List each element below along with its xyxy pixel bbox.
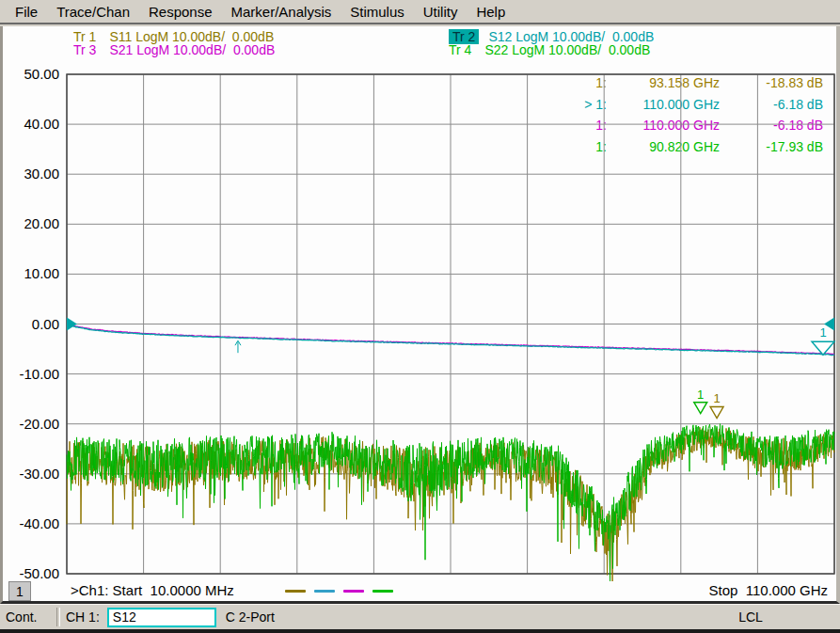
trace-1-dash-icon bbox=[285, 590, 306, 593]
trace-4-id: Tr 4 bbox=[449, 42, 471, 57]
remote-status-label: LCL bbox=[738, 609, 763, 625]
marker-readout-tr4: 1:90.820 GHz-17.93 dB bbox=[539, 140, 823, 154]
menu-stimulus[interactable]: Stimulus bbox=[341, 2, 414, 22]
y-tick-label: -30.00 bbox=[5, 466, 59, 482]
legend-trace-4[interactable]: Tr 4S22 LogM 10.00dB/ 0.00dB bbox=[449, 42, 650, 57]
menu-file[interactable]: File bbox=[6, 2, 47, 22]
status-bar: Cont. CH 1: S12 C 2-Port LCL bbox=[0, 604, 840, 629]
y-tick-label: 20.00 bbox=[5, 215, 59, 231]
sweep-mode-label: Cont. bbox=[6, 609, 37, 625]
y-tick-label: 0.00 bbox=[5, 316, 59, 332]
y-tick-label: 30.00 bbox=[5, 166, 59, 182]
y-tick-label: 40.00 bbox=[5, 116, 59, 132]
marker-readout-tr1: 1:93.158 GHz-18.83 dB bbox=[539, 76, 823, 90]
measurement-field[interactable]: S12 bbox=[107, 608, 216, 627]
trace-3-dash-icon bbox=[343, 590, 364, 593]
channel-panel: CH 1: S12 C 2-Port bbox=[60, 608, 280, 626]
marker-readout-tr2: > 1:110.000 GHz-6.18 dB bbox=[539, 98, 823, 112]
menu-marker-analysis[interactable]: Marker/Analysis bbox=[222, 2, 341, 22]
y-tick-label: 10.00 bbox=[5, 265, 59, 281]
y-tick-label: 50.00 bbox=[5, 66, 59, 82]
menu-help[interactable]: Help bbox=[467, 2, 515, 22]
stop-frequency-label: Stop 110.000 GHz bbox=[709, 582, 828, 598]
menu-trace-chan[interactable]: Trace/Chan bbox=[47, 2, 139, 22]
window-bottom-edge bbox=[0, 629, 840, 633]
svg-text:1: 1 bbox=[713, 391, 720, 405]
svg-text:1: 1 bbox=[819, 325, 826, 340]
marker-readout-tr3: 1:110.000 GHz-6.18 dB bbox=[539, 119, 823, 133]
menu-response[interactable]: Response bbox=[139, 2, 222, 22]
trace-2-dash-icon bbox=[314, 590, 335, 593]
svg-text:1: 1 bbox=[697, 388, 704, 402]
y-tick-label: -10.00 bbox=[5, 366, 59, 382]
y-tick-label: -50.00 bbox=[5, 565, 59, 581]
analyzer-screen: Tr 1S11 LogM 10.00dB/ 0.00dB Tr 2S12 Log… bbox=[0, 26, 840, 604]
trace-4-dash-icon bbox=[372, 590, 393, 593]
marker-readout-table: 1:93.158 GHz-18.83 dB > 1:110.000 GHz-6.… bbox=[539, 76, 823, 161]
remote-panel: LCL bbox=[661, 608, 840, 626]
legend-trace-3[interactable]: Tr 3S21 LogM 10.00dB/ 0.00dB bbox=[73, 42, 275, 57]
trace-3-text: S21 LogM 10.00dB/ 0.00dB bbox=[109, 42, 275, 57]
trace-4-text: S22 LogM 10.00dB/ 0.00dB bbox=[484, 42, 650, 57]
channel-label: CH 1: bbox=[66, 609, 100, 625]
sweep-mode-panel: Cont. bbox=[0, 608, 56, 626]
trace-3-id: Tr 3 bbox=[73, 42, 96, 57]
channel-1-badge[interactable]: 1 bbox=[8, 581, 31, 601]
menu-utility[interactable]: Utility bbox=[414, 2, 468, 22]
cal-status-label: C 2-Port bbox=[226, 609, 275, 625]
trace-color-key bbox=[285, 590, 393, 593]
y-tick-label: -20.00 bbox=[5, 416, 59, 432]
stimulus-row: 1 >Ch1: Start 10.0000 MHz Stop 110.000 G… bbox=[3, 581, 836, 602]
y-tick-label: -40.00 bbox=[5, 515, 59, 531]
start-frequency-label: >Ch1: Start 10.0000 MHz bbox=[71, 582, 234, 598]
menu-bar: File Trace/Chan Response Marker/Analysis… bbox=[0, 0, 840, 24]
